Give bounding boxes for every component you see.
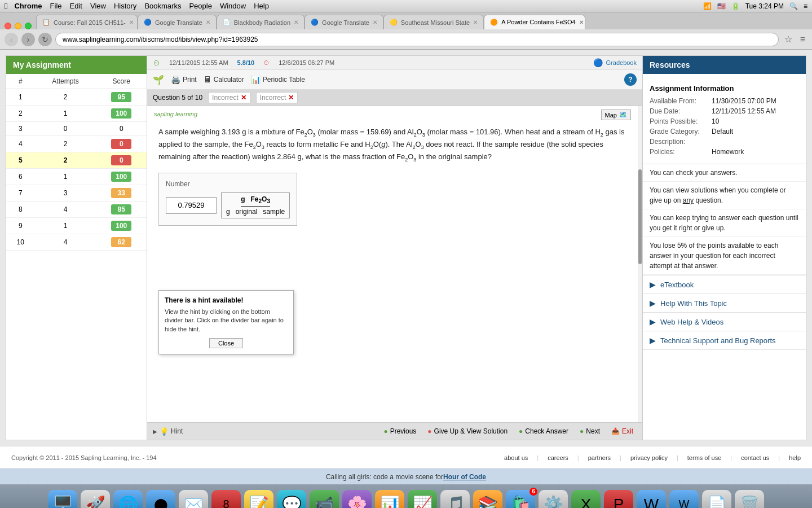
dock-chrome[interactable]: ⬤ xyxy=(146,490,175,509)
search-icon[interactable]: 🔍 xyxy=(789,2,798,10)
dock-finder[interactable]: 🖥️ xyxy=(48,490,77,509)
map-button[interactable]: Map 🗺️ xyxy=(601,110,631,120)
info-policies: Policies: Homework xyxy=(650,148,799,156)
scroll-track[interactable] xyxy=(638,106,642,422)
minimize-button[interactable] xyxy=(15,23,21,29)
menu-chrome[interactable]: Chrome xyxy=(14,2,42,10)
menu-history[interactable]: History xyxy=(114,2,136,10)
dock-facetime[interactable]: 📹 xyxy=(310,490,339,509)
tab-close-4[interactable]: ✕ xyxy=(373,19,377,25)
table-row[interactable]: 61100 xyxy=(6,169,147,185)
table-row[interactable]: 7333 xyxy=(6,185,147,202)
dock-safari[interactable]: 🌐 xyxy=(113,490,143,509)
scroll-thumb[interactable] xyxy=(638,169,642,264)
menu-file[interactable]: File xyxy=(50,2,62,10)
menu-icon[interactable]: ≡ xyxy=(804,2,807,10)
help-topic-label: Help With This Topic xyxy=(660,299,727,308)
answer-input[interactable] xyxy=(166,197,217,214)
browser-chrome: 📋 Course: Fall 2015 CH511- ✕ 🔵 Google Tr… xyxy=(0,12,812,50)
question-nav-bar: Question 5 of 10 Incorrect ✕ Incorrect ✕ xyxy=(147,90,642,106)
table-row[interactable]: 1295 xyxy=(6,89,147,106)
dock-powerpoint[interactable]: P xyxy=(604,490,633,509)
giveup-button[interactable]: ● Give Up & View Solution xyxy=(424,426,511,436)
tab-powder[interactable]: 🟠 A Powder Contains FeSO4 ✕ xyxy=(484,15,585,29)
dock-messages[interactable]: 💬 xyxy=(277,490,306,509)
assignment-info: Assignment Information Available From: 1… xyxy=(643,78,806,164)
reload-button[interactable]: ↻ xyxy=(38,33,52,46)
footer-careers[interactable]: careers xyxy=(548,454,568,461)
check-answer-button[interactable]: ● Check Answer xyxy=(515,426,572,436)
footer-terms[interactable]: terms of use xyxy=(687,454,722,461)
tab-close-6[interactable]: ✕ xyxy=(579,19,584,25)
maximize-button[interactable] xyxy=(25,23,32,29)
dock-trash[interactable]: 🗑️ xyxy=(735,490,764,509)
notification-link[interactable]: Hour of Code xyxy=(443,473,486,481)
tab-course[interactable]: 📋 Course: Fall 2015 CH511- ✕ xyxy=(36,15,138,29)
dock-mail[interactable]: ✉️ xyxy=(179,490,208,509)
menu-window[interactable]: Window xyxy=(220,2,246,10)
tab-close-1[interactable]: ✕ xyxy=(129,19,134,25)
dock-keynote[interactable]: 📊 xyxy=(375,490,404,509)
back-button[interactable]: ‹ xyxy=(5,33,18,46)
tab-gtranslate2[interactable]: 🔵 Google Translate ✕ xyxy=(304,15,383,29)
dock-word2[interactable]: W xyxy=(669,490,699,509)
dock-itunes[interactable]: 🎵 xyxy=(440,490,470,509)
hint-bar[interactable]: ▶ 💡 Hint xyxy=(153,427,183,436)
table-row[interactable]: 520 xyxy=(6,152,147,169)
tab-semo[interactable]: 🟡 Southeast Missouri State ✕ xyxy=(383,15,484,29)
address-input[interactable] xyxy=(55,33,779,46)
dock-calendar[interactable]: 8 xyxy=(211,490,241,509)
tech-support-link[interactable]: ▶ Technical Support and Bug Reports xyxy=(643,331,806,350)
footer-contact[interactable]: contact us xyxy=(741,454,769,461)
tab-gtranslate1[interactable]: 🔵 Google Translate ✕ xyxy=(138,15,217,29)
apple-logo[interactable]:  xyxy=(5,1,7,11)
help-topic-link[interactable]: ▶ Help With This Topic xyxy=(643,294,806,313)
table-row[interactable]: 10462 xyxy=(6,234,147,251)
close-button[interactable] xyxy=(5,23,11,29)
table-row[interactable]: 21100 xyxy=(6,106,147,122)
dock-word[interactable]: W xyxy=(637,490,666,509)
sapling-icon: 🌱 xyxy=(153,75,164,85)
dock-numbers[interactable]: 📈 xyxy=(408,490,437,509)
table-row[interactable]: 420 xyxy=(6,136,147,152)
dock-photos[interactable]: 🌸 xyxy=(342,490,372,509)
dock-system-prefs[interactable]: ⚙️ xyxy=(539,490,568,509)
dock-documents[interactable]: 📄 xyxy=(702,490,731,509)
dock-excel[interactable]: X xyxy=(571,490,601,509)
dock-launchpad[interactable]: 🚀 xyxy=(81,490,110,509)
tab-close-2[interactable]: ✕ xyxy=(206,19,210,25)
gradebook-link[interactable]: Gradebook xyxy=(606,59,637,66)
forward-button[interactable]: › xyxy=(21,33,35,46)
table-row[interactable]: 91100 xyxy=(6,218,147,234)
calculator-button[interactable]: 🖩 Calculator xyxy=(204,75,244,84)
dock-notes[interactable]: 📝 xyxy=(244,490,273,509)
tab-close-5[interactable]: ✕ xyxy=(473,19,478,25)
exit-button[interactable]: 📤 Exit xyxy=(608,426,637,436)
web-help-link[interactable]: ▶ Web Help & Videos xyxy=(643,313,806,331)
dock-ibooks[interactable]: 📚 xyxy=(473,490,502,509)
menu-icon[interactable]: ≡ xyxy=(798,32,807,47)
periodic-table-button[interactable]: 📊 Periodic Table xyxy=(251,75,305,84)
bookmark-icon[interactable]: ☆ xyxy=(782,32,795,47)
menu-bookmarks[interactable]: Bookmarks xyxy=(144,2,181,10)
menu-edit[interactable]: Edit xyxy=(70,2,82,10)
menu-view[interactable]: View xyxy=(90,2,106,10)
assignment-title: My Assignment xyxy=(6,56,147,74)
etextbook-link[interactable]: ▶ eTextbook xyxy=(643,275,806,294)
menu-people[interactable]: People xyxy=(189,2,211,10)
tab-close-3[interactable]: ✕ xyxy=(294,19,298,25)
previous-button[interactable]: ● Previous xyxy=(380,426,420,436)
print-button[interactable]: 🖨️ Print xyxy=(171,75,197,84)
help-question-icon[interactable]: ? xyxy=(624,73,637,86)
footer-about[interactable]: about us xyxy=(504,454,528,461)
next-button[interactable]: ● Next xyxy=(576,426,603,436)
table-row[interactable]: 8485 xyxy=(6,202,147,218)
footer-privacy[interactable]: privacy policy xyxy=(630,454,668,461)
dock-appstore[interactable]: 🛍️6 xyxy=(506,490,535,509)
footer-partners[interactable]: partners xyxy=(588,454,611,461)
table-row[interactable]: 300 xyxy=(6,122,147,136)
menu-help[interactable]: Help xyxy=(254,2,269,10)
hint-close-button[interactable]: Close xyxy=(209,338,243,348)
tab-blackbody[interactable]: 📄 Blackbody Radiation ✕ xyxy=(217,15,304,29)
footer-help[interactable]: help xyxy=(789,454,801,461)
